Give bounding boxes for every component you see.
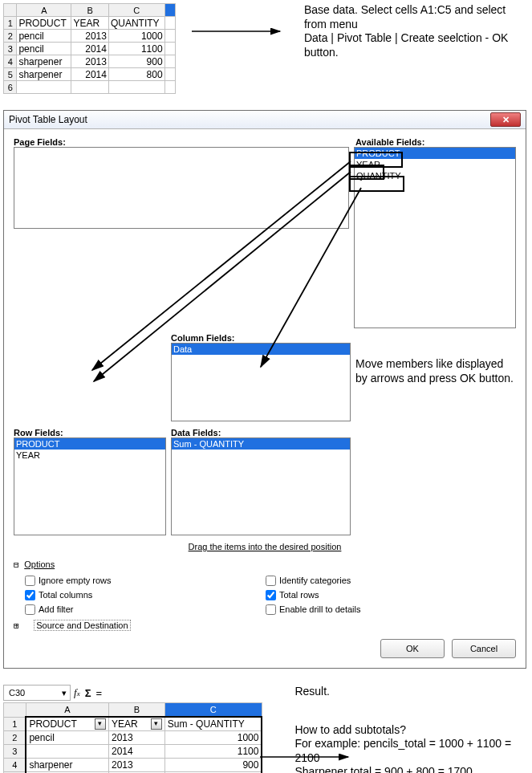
note-subtotals: How to add subtotals? For example: penci… xyxy=(294,723,529,766)
equals-icon[interactable]: = xyxy=(95,687,102,699)
row-field-year[interactable]: YEAR xyxy=(14,450,165,461)
available-year[interactable]: YEAR xyxy=(355,159,515,170)
page-fields-list[interactable] xyxy=(14,147,349,229)
close-button[interactable]: ✕ xyxy=(490,112,521,127)
options-label[interactable]: Options xyxy=(24,559,55,569)
chk-total-rows[interactable]: Total rows xyxy=(266,588,506,602)
column-fields-list[interactable]: Data xyxy=(171,343,351,421)
available-fields-label: Available Fields: xyxy=(355,137,516,147)
srcdest-expander[interactable]: ⊞ xyxy=(14,620,24,631)
data-field-sum-qty[interactable]: Sum - QUANTITY xyxy=(172,438,350,450)
chevron-down-icon: ▾ xyxy=(62,688,67,698)
available-product[interactable]: PRODUCT xyxy=(355,148,515,159)
page-fields-label: Page Fields: xyxy=(14,137,355,147)
chk-enable-drill[interactable]: Enable drill to details xyxy=(266,602,506,616)
result-spreadsheet[interactable]: A B C 1 PRODUCT▾ YEAR▾ Sum - QUANTITY 2 … xyxy=(3,702,262,773)
note-result: Result. xyxy=(294,685,529,699)
chk-add-filter[interactable]: Add filter xyxy=(25,602,266,616)
data-fields-label: Data Fields: xyxy=(171,428,351,437)
row-field-product[interactable]: PRODUCT xyxy=(14,438,165,450)
col-header-B[interactable]: B xyxy=(71,4,109,17)
available-quantity[interactable]: QUANTITY xyxy=(355,170,515,181)
drag-hint: Drag the items into the desired position xyxy=(14,542,516,551)
dropdown-icon[interactable]: ▾ xyxy=(95,718,106,730)
note-move: Move members like displayed by arrows an… xyxy=(355,357,516,385)
column-field-data[interactable]: Data xyxy=(172,344,350,355)
col-header-A[interactable]: A xyxy=(17,4,71,17)
cell-B1[interactable]: YEAR xyxy=(71,17,109,30)
sigma-icon[interactable]: Σ xyxy=(85,687,91,699)
chk-total-columns[interactable]: Total columns xyxy=(25,588,266,602)
srcdest-label[interactable]: Source and Destination xyxy=(34,620,130,631)
data-fields-list[interactable]: Sum - QUANTITY xyxy=(171,437,351,535)
row-fields-label: Row Fields: xyxy=(14,428,166,437)
dialog-title: Pivot Table Layout xyxy=(9,114,87,125)
cancel-button[interactable]: Cancel xyxy=(452,639,516,658)
chk-ignore-empty[interactable]: Ignore empty rows xyxy=(25,573,266,588)
row-fields-list[interactable]: PRODUCT YEAR xyxy=(14,437,166,535)
available-fields-list[interactable]: PRODUCT YEAR QUANTITY xyxy=(354,147,516,328)
note-sharpener: Sharpener total = 900 + 800 = 1700 xyxy=(294,765,529,773)
options-expander[interactable]: ⊟ xyxy=(14,559,24,570)
cell-C1[interactable]: QUANTITY xyxy=(108,17,164,30)
pivot-table-layout-dialog: Pivot Table Layout ✕ Page Fields: Availa… xyxy=(3,110,526,669)
name-box[interactable]: C30 ▾ xyxy=(3,685,71,701)
fx-icon[interactable]: fx xyxy=(74,686,80,699)
ok-button[interactable]: OK xyxy=(380,639,445,658)
source-spreadsheet[interactable]: A B C 1 PRODUCT YEAR QUANTITY 2 pencil 2… xyxy=(3,3,176,94)
chk-identify-categories[interactable]: Identify categories xyxy=(266,573,506,588)
dropdown-icon[interactable]: ▾ xyxy=(151,718,162,730)
note-base-data: Base data. Select cells A1:C5 and select… xyxy=(304,3,529,59)
col-header-C[interactable]: C xyxy=(108,4,164,17)
cell-A1[interactable]: PRODUCT xyxy=(17,17,71,30)
column-fields-label: Column Fields: xyxy=(171,333,351,343)
